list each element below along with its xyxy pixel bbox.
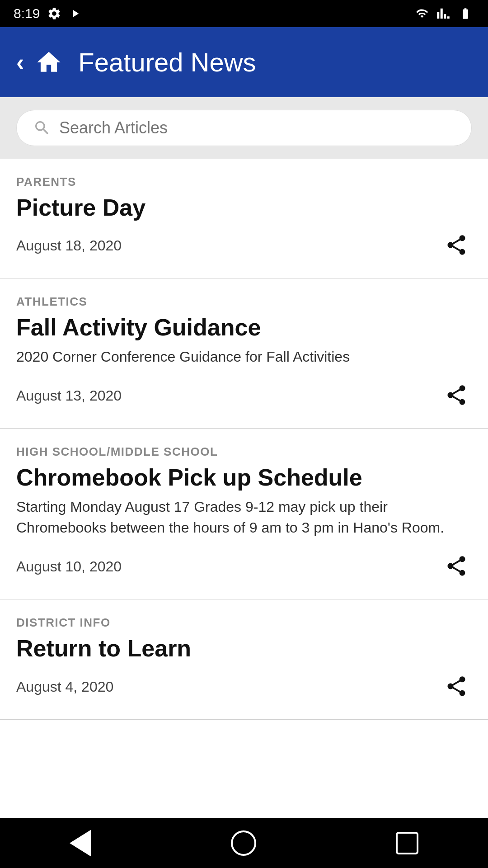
status-time: 8:19 — [14, 6, 40, 21]
bottom-navigation — [0, 818, 488, 868]
share-button[interactable] — [441, 380, 472, 412]
news-item[interactable]: DISTRICT INFOReturn to LearnAugust 4, 20… — [0, 599, 488, 719]
news-item[interactable]: HIGH SCHOOL/MIDDLE SCHOOLChromebook Pick… — [0, 429, 488, 599]
news-description: 2020 Corner Conference Guidance for Fall… — [16, 346, 472, 367]
signal-icon — [436, 6, 450, 21]
share-button[interactable] — [441, 671, 472, 703]
news-title: Picture Day — [16, 193, 472, 222]
news-footer: August 4, 2020 — [16, 671, 472, 703]
news-category: PARENTS — [16, 175, 472, 189]
news-item[interactable]: PARENTSPicture DayAugust 18, 2020 — [0, 159, 488, 278]
search-wrapper[interactable] — [16, 110, 472, 146]
news-title: Fall Activity Guidance — [16, 313, 472, 341]
nav-home-button[interactable] — [224, 823, 263, 863]
app-header: ‹ Featured News — [0, 27, 488, 97]
wifi-icon — [414, 7, 430, 20]
settings-icon — [47, 6, 61, 21]
share-icon — [445, 554, 468, 578]
news-title: Return to Learn — [16, 634, 472, 662]
share-icon — [445, 675, 468, 698]
share-button[interactable] — [441, 230, 472, 262]
share-icon — [445, 383, 468, 407]
news-list: PARENTSPicture DayAugust 18, 2020 ATHLET… — [0, 159, 488, 818]
news-footer: August 18, 2020 — [16, 230, 472, 262]
news-date: August 10, 2020 — [16, 558, 122, 575]
nav-recents-icon — [396, 832, 418, 854]
share-icon — [445, 233, 468, 257]
battery-icon — [456, 7, 474, 20]
search-icon — [33, 119, 51, 137]
back-button[interactable]: ‹ — [16, 51, 24, 74]
nav-back-button[interactable] — [62, 822, 99, 864]
news-date: August 18, 2020 — [16, 237, 122, 254]
news-category: ATHLETICS — [16, 295, 472, 309]
nav-back-icon — [70, 830, 91, 857]
news-category: HIGH SCHOOL/MIDDLE SCHOOL — [16, 445, 472, 459]
page-title: Featured News — [78, 47, 256, 77]
nav-home-icon — [231, 830, 256, 856]
play-icon — [69, 6, 81, 21]
home-icon[interactable] — [35, 48, 63, 76]
news-footer: August 10, 2020 — [16, 551, 472, 583]
search-container — [0, 97, 488, 159]
status-bar-right — [414, 6, 474, 21]
share-button[interactable] — [441, 551, 472, 583]
news-description: Starting Monday August 17 Grades 9-12 ma… — [16, 496, 472, 538]
news-footer: August 13, 2020 — [16, 380, 472, 412]
news-date: August 4, 2020 — [16, 679, 113, 695]
nav-recents-button[interactable] — [389, 825, 426, 862]
search-input[interactable] — [59, 118, 455, 137]
news-category: DISTRICT INFO — [16, 616, 472, 630]
news-item[interactable]: ATHLETICSFall Activity Guidance2020 Corn… — [0, 278, 488, 429]
news-date: August 13, 2020 — [16, 387, 122, 404]
news-title: Chromebook Pick up Schedule — [16, 463, 472, 491]
status-bar-left: 8:19 — [14, 6, 81, 21]
status-bar: 8:19 — [0, 0, 488, 27]
